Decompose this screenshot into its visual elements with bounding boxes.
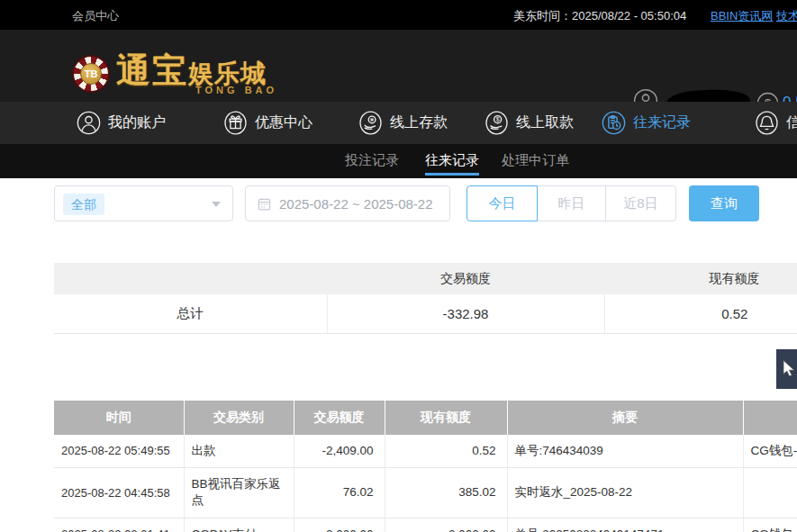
last-8-days-button[interactable]: 近8日: [605, 185, 676, 221]
chevron-down-icon: [212, 202, 221, 207]
nav-label: 信息中心: [786, 113, 797, 132]
quick-date-group: 今日 昨日 近8日: [466, 185, 676, 221]
nav-item-my-account[interactable]: 我的账户: [77, 102, 166, 144]
brand-header: TB 通宝娱乐城 TONG BAO $ 0.52: [0, 30, 797, 102]
date-range-input[interactable]: 2025-08-22 ~ 2025-08-22: [245, 185, 450, 221]
tab-betting-records[interactable]: 投注记录: [345, 144, 399, 176]
record-tabs: 投注记录 往来记录 处理中订单: [0, 144, 797, 178]
cell-time: 2025-08-22 02:31:41: [54, 518, 184, 532]
transaction-type-select[interactable]: 全部: [54, 185, 233, 221]
summary-total-row: 总计 -332.98 0.52: [54, 294, 797, 333]
nav-item-withdraw[interactable]: $ 线上取款: [485, 102, 574, 144]
yesterday-button[interactable]: 昨日: [537, 185, 606, 221]
withdraw-icon: $: [485, 111, 509, 135]
summary-header-row: 交易额度 现有额度: [54, 263, 797, 294]
nav-label: 往来记录: [633, 113, 691, 132]
summary-total-balance: 0.52: [604, 294, 797, 333]
bell-icon: [755, 111, 779, 135]
table-row: 2025-08-22 02:31:41 CGPAY支付 2,000.00 2,0…: [54, 518, 797, 532]
cell-amount: -2,409.00: [294, 435, 385, 468]
col-header-amount: 交易额度: [294, 401, 385, 435]
summary-header-current-balance: 现有额度: [604, 263, 797, 294]
cell-balance: 385.02: [385, 468, 507, 518]
deposit-icon: [358, 111, 383, 135]
summary-header-empty: [54, 263, 327, 294]
col-header-remark: 备注: [743, 401, 797, 435]
cell-remark: CG钱包: [743, 518, 797, 532]
col-header-balance: 现有额度: [385, 401, 507, 435]
records-table: 时间 交易类别 交易额度 现有额度 摘要 备注 2025-08-22 05:49…: [54, 401, 797, 532]
nav-item-promotions[interactable]: 优惠中心: [223, 102, 312, 144]
tech-support-link[interactable]: 技术支持: [776, 8, 797, 24]
nav-label: 线上取款: [516, 113, 574, 132]
top-utility-bar: 会员中心 美东时间：2025/08/22 - 05:50:04 BBIN资讯网 …: [0, 0, 797, 30]
search-button[interactable]: 查询: [689, 185, 759, 221]
main-nav: 我的账户 优惠中心 线上存款: [0, 102, 797, 144]
mouse-cursor-icon: [783, 360, 797, 377]
svg-text:$: $: [496, 115, 500, 123]
table-row: 2025-08-22 04:45:58 BB视讯百家乐返点 76.02 385.…: [54, 468, 797, 518]
chip-monogram: TB: [80, 63, 102, 85]
nav-label: 线上存款: [390, 113, 448, 132]
nav-label: 我的账户: [108, 113, 166, 132]
user-icon: [77, 111, 101, 135]
cell-amount: 2,000.00: [294, 518, 385, 532]
cell-time: 2025-08-22 05:49:55: [54, 435, 184, 468]
nav-item-messages[interactable]: 信息中心: [755, 102, 797, 144]
cell-summary: 实时返水_2025-08-22: [507, 468, 743, 518]
col-header-type: 交易类别: [184, 401, 294, 435]
cell-balance: 0.52: [385, 435, 507, 468]
records-icon: [602, 111, 626, 135]
brand-logo[interactable]: 通宝娱乐城 TONG BAO: [116, 48, 314, 102]
summary-header-trade-amount: 交易额度: [327, 263, 604, 294]
tab-processing-orders[interactable]: 处理中订单: [502, 144, 569, 176]
today-button[interactable]: 今日: [466, 185, 538, 221]
col-header-time: 时间: [54, 401, 184, 435]
table-row: 2025-08-22 05:49:55 出款 -2,409.00 0.52 单号…: [54, 435, 797, 468]
server-time: 美东时间：2025/08/22 - 05:50:04: [513, 8, 686, 24]
calendar-icon: [257, 196, 272, 212]
casino-chip-logo-icon: TB: [72, 55, 110, 93]
gift-icon: [223, 111, 248, 135]
cell-time: 2025-08-22 04:45:58: [54, 468, 184, 518]
brand-name-english: TONG BAO: [195, 85, 277, 95]
cell-summary: 单号:202508224049147471: [507, 518, 743, 532]
bbin-news-link[interactable]: BBIN资讯网: [711, 8, 773, 24]
date-range-value: 2025-08-22 ~ 2025-08-22: [279, 196, 433, 212]
tab-transaction-records[interactable]: 往来记录: [425, 144, 479, 176]
member-center-page: 会员中心 美东时间：2025/08/22 - 05:50:04 BBIN资讯网 …: [0, 0, 797, 532]
nav-label: 优惠中心: [255, 113, 312, 132]
nav-item-transactions[interactable]: 往来记录: [602, 102, 691, 144]
records-header-row: 时间 交易类别 交易额度 现有额度 摘要 备注: [54, 401, 797, 435]
cell-amount: 76.02: [294, 468, 385, 518]
nav-item-deposit[interactable]: 线上存款: [358, 102, 448, 144]
summary-total-trade-amount: -332.98: [327, 294, 604, 333]
selected-type-chip: 全部: [63, 194, 104, 215]
brand-name-main: 通宝: [116, 51, 188, 89]
member-center-label: 会员中心: [72, 8, 119, 24]
summary-table: 交易额度 现有额度 总计 -332.98 0.52: [54, 263, 797, 334]
cell-balance: 2,000.00: [385, 518, 507, 532]
cell-type: 出款: [184, 435, 294, 468]
cell-remark: [743, 468, 797, 518]
col-header-summary: 摘要: [507, 401, 743, 435]
cell-remark: CG钱包-***: [743, 435, 797, 468]
summary-total-label: 总计: [54, 294, 327, 333]
cell-type: CGPAY支付: [184, 518, 294, 532]
cell-summary: 单号:746434039: [507, 435, 743, 468]
brand-name-sub: 娱乐城: [188, 59, 267, 87]
cell-type: BB视讯百家乐返点: [184, 468, 294, 518]
